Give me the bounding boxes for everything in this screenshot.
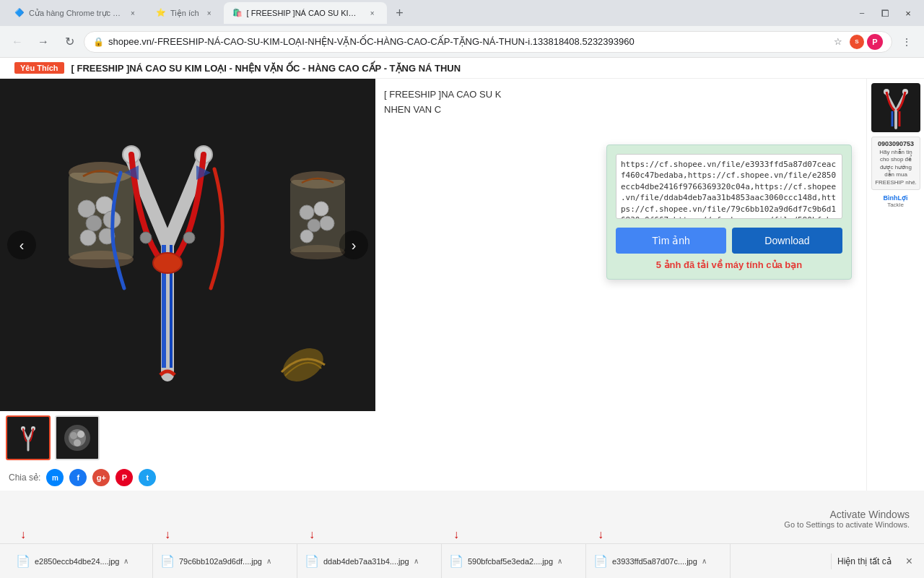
svg-point-22 (277, 342, 329, 389)
messenger-share-icon[interactable]: m (46, 469, 64, 486)
download-bar-actions: Hiện thị tất cả × (831, 553, 915, 569)
svg-point-12 (140, 232, 152, 243)
show-all-downloads-button[interactable]: Hiện thị tất cả (831, 553, 897, 569)
find-images-button[interactable]: Tìm ảnh (616, 228, 726, 254)
download-chevron-2[interactable]: ∧ (266, 557, 271, 565)
main-product-image: ‹ › (0, 79, 375, 411)
rope-object (274, 336, 332, 397)
pinterest-share-icon[interactable]: P (116, 469, 133, 486)
arrow-4: ↓ (453, 528, 459, 541)
download-item-3: ↓ 📄 ddab4deb7aa31b4....jpg ∧ (297, 544, 442, 578)
minimize-button[interactable]: − (852, 3, 872, 23)
product-title: [ FREESHIP ]NÁ CAO SU KIM LOẠI - NHỆN VẶ… (71, 63, 461, 74)
brand-name: BìnhLợi (871, 194, 920, 202)
arrow-1: ↓ (20, 528, 26, 541)
gplus-share-icon[interactable]: g+ (92, 469, 110, 486)
download-item-2: ↓ 📄 79c6bb102a9d6df....jpg ∧ (153, 544, 297, 578)
tab-extensions[interactable]: ⭐ Tiện ích × (147, 2, 224, 24)
thumbnail-2[interactable] (55, 415, 100, 460)
image-next-arrow[interactable]: › (339, 230, 368, 259)
tab-favicon-2: ⭐ (156, 8, 166, 18)
browser-toolbar-icons: ⋮ (895, 30, 918, 53)
address-bar: ← → ↻ 🔒 shopee.vn/-FREESHIP-NÁ-CAO-SU-KI… (0, 26, 924, 58)
refresh-button[interactable]: ↻ (58, 30, 81, 53)
popup-buttons: Tìm ảnh Download (616, 228, 842, 254)
url-bar[interactable]: 🔒 shopee.vn/-FREESHIP-NÁ-CAO-SU-KIM-LOẠI… (84, 31, 892, 53)
tab-label-2: Tiện ích (170, 9, 199, 18)
download-chevron-5[interactable]: ∧ (702, 557, 707, 565)
profile-icon[interactable]: P (867, 34, 883, 50)
download-button[interactable]: Download (732, 228, 842, 254)
download-icon-2: 📄 (160, 554, 175, 568)
download-filename-3: ddab4deb7aa31b4....jpg (323, 557, 409, 566)
product-images-panel: ‹ › (0, 79, 375, 491)
url-text: shopee.vn/-FREESHIP-NÁ-CAO-SU-KIM-LOẠI-N… (108, 36, 825, 47)
download-filename-5: e3933ffd5a87d07c....jpg (612, 557, 697, 566)
activate-title: Activate Windows (784, 509, 910, 520)
shop-phone: 0903090753 (875, 140, 917, 147)
download-status: 5 ảnh đã tải về máy tính của bạn (616, 259, 842, 270)
menu-icon[interactable]: ⋮ (895, 30, 918, 53)
shop-ad-panel: 0903090753 Hãy nhắn tin cho shop để được… (871, 137, 920, 190)
tab-close-1[interactable]: × (127, 7, 139, 19)
activate-subtitle: Go to Settings to activate Windows. (784, 520, 910, 529)
product-right-area: [ FREESHIP ]NA CAO SU KNHEN VAN C (375, 79, 924, 491)
window-controls: − ⧠ × (852, 3, 918, 23)
main-content: Yêu Thích [ FREESHIP ]NÁ CAO SU KIM LOẠI… (0, 58, 924, 578)
download-bar: ↓ 📄 e2850eccb4dbe24....jpg ∧ ↓ 📄 79c6bb1… (0, 543, 924, 578)
svg-point-13 (183, 232, 195, 243)
download-icon-4: 📄 (449, 554, 463, 568)
arrow-2: ↓ (165, 528, 170, 541)
svg-point-17 (300, 205, 314, 220)
download-icon-3: 📄 (305, 554, 319, 568)
svg-point-28 (77, 431, 84, 438)
arrow-5: ↓ (598, 528, 603, 541)
twitter-share-icon[interactable]: t (139, 469, 156, 486)
tab-shopee[interactable]: 🛍️ [ FREESHIP ]NÁ CAO SU KIM LOA... × (224, 2, 387, 24)
close-button[interactable]: × (898, 3, 918, 23)
download-chevron-3[interactable]: ∧ (414, 557, 419, 565)
download-filename-2: 79c6bb102a9d6df....jpg (179, 557, 262, 566)
back-button[interactable]: ← (6, 30, 29, 53)
thumbnail-1[interactable] (6, 415, 51, 460)
tab-label-3: [ FREESHIP ]NÁ CAO SU KIM LOA... (247, 9, 362, 17)
svg-rect-15 (290, 180, 345, 252)
maximize-button[interactable]: ⧠ (875, 3, 895, 23)
svg-point-20 (320, 216, 334, 230)
product-info-area: [ FREESHIP ]NA CAO SU KNHEN VAN C (375, 79, 866, 491)
title-bar: 🔷 Cửa hàng Chrome trực tuyến - c... × ⭐ … (0, 0, 924, 26)
tab-close-3[interactable]: × (367, 7, 378, 19)
download-item-5: ↓ 📄 e3933ffd5a87d07c....jpg ∧ (586, 544, 731, 578)
download-filename-4: 590bfcbaf5e3eda2....jpg (468, 557, 553, 566)
tab-close-2[interactable]: × (204, 7, 215, 19)
facebook-share-icon[interactable]: f (69, 469, 87, 486)
svg-point-16 (290, 245, 345, 259)
brand-subtitle: Tackle (871, 202, 920, 208)
image-downloader-popup: https://cf.shopee.vn/file/e3933ffd5a87d0… (606, 144, 852, 280)
slingshot-image (66, 100, 269, 392)
download-icon-1: 📄 (16, 554, 30, 568)
new-tab-button[interactable]: + (390, 3, 410, 23)
product-description: [ FREESHIP ]NA CAO SU KNHEN VAN C (384, 87, 858, 118)
tab-label-1: Cửa hàng Chrome trực tuyến - c... (29, 9, 123, 18)
arrow-3: ↓ (309, 528, 315, 541)
download-item-1: ↓ 📄 e2850eccb4dbe24....jpg ∧ (9, 544, 153, 578)
right-sidebar-thumb-1[interactable] (871, 83, 920, 132)
svg-point-27 (70, 432, 77, 439)
thumbnail-row (0, 411, 375, 465)
close-download-bar-button[interactable]: × (903, 555, 915, 568)
image-urls-textarea[interactable]: https://cf.shopee.vn/file/e3933ffd5a87d0… (616, 154, 842, 219)
shop-ad-text: Hãy nhắn tin cho shop để được hướng dẫn … (875, 149, 917, 186)
svg-point-29 (74, 439, 81, 447)
share-section: Chia sẻ: m f g+ P t (0, 465, 375, 491)
tab-chrome-store[interactable]: 🔷 Cửa hàng Chrome trực tuyến - c... × (6, 2, 147, 24)
forward-button[interactable]: → (32, 30, 55, 53)
download-chevron-4[interactable]: ∧ (557, 557, 562, 565)
right-jar-decoration (282, 151, 354, 284)
download-item-4: ↓ 📄 590bfcbaf5e3eda2....jpg ∧ (442, 544, 586, 578)
download-chevron-1[interactable]: ∧ (123, 557, 128, 565)
tab-favicon-1: 🔷 (14, 8, 25, 18)
bookmark-star-icon[interactable]: ☆ (829, 33, 847, 51)
shopee-extension-icon[interactable]: S (850, 35, 864, 49)
image-prev-arrow[interactable]: ‹ (7, 230, 36, 259)
